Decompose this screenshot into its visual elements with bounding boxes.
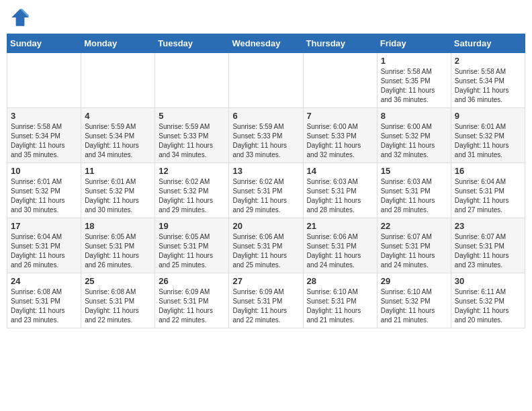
- day-number: 27: [232, 276, 299, 286]
- calendar-cell: 15Sunrise: 6:03 AM Sunset: 5:31 PM Dayli…: [377, 163, 451, 218]
- calendar-cell: 7Sunrise: 6:00 AM Sunset: 5:33 PM Daylig…: [303, 108, 377, 163]
- day-info: Sunrise: 6:05 AM Sunset: 5:31 PM Dayligh…: [85, 232, 151, 270]
- calendar-cell: 3Sunrise: 5:58 AM Sunset: 5:34 PM Daylig…: [7, 108, 81, 163]
- weekday-header: Sunday: [7, 34, 81, 53]
- logo: [9, 7, 34, 28]
- calendar-cell: 8Sunrise: 6:00 AM Sunset: 5:32 PM Daylig…: [377, 108, 451, 163]
- day-number: 4: [85, 111, 151, 121]
- calendar-cell: 1Sunrise: 5:58 AM Sunset: 5:35 PM Daylig…: [377, 53, 451, 108]
- weekday-header: Thursday: [303, 34, 377, 53]
- calendar-cell: 13Sunrise: 6:02 AM Sunset: 5:31 PM Dayli…: [229, 163, 303, 218]
- calendar-cell: 20Sunrise: 6:06 AM Sunset: 5:31 PM Dayli…: [229, 218, 303, 273]
- day-number: 17: [11, 221, 77, 231]
- day-info: Sunrise: 6:02 AM Sunset: 5:31 PM Dayligh…: [232, 177, 299, 215]
- day-info: Sunrise: 6:06 AM Sunset: 5:31 PM Dayligh…: [307, 232, 373, 270]
- calendar-cell: 27Sunrise: 6:09 AM Sunset: 5:31 PM Dayli…: [229, 273, 303, 328]
- calendar-cell: 5Sunrise: 5:59 AM Sunset: 5:33 PM Daylig…: [155, 108, 229, 163]
- day-number: 2: [455, 56, 521, 66]
- calendar-cell: 23Sunrise: 6:07 AM Sunset: 5:31 PM Dayli…: [451, 218, 525, 273]
- day-number: 21: [307, 221, 373, 231]
- weekday-header: Saturday: [451, 34, 525, 53]
- calendar-cell: 17Sunrise: 6:04 AM Sunset: 5:31 PM Dayli…: [7, 218, 81, 273]
- calendar-cell: 22Sunrise: 6:07 AM Sunset: 5:31 PM Dayli…: [377, 218, 451, 273]
- calendar-cell: 25Sunrise: 6:08 AM Sunset: 5:31 PM Dayli…: [81, 273, 155, 328]
- day-info: Sunrise: 6:00 AM Sunset: 5:32 PM Dayligh…: [381, 122, 447, 160]
- calendar-cell: [81, 53, 155, 108]
- day-number: 12: [159, 166, 225, 176]
- day-number: 13: [232, 166, 299, 176]
- calendar-cell: 26Sunrise: 6:09 AM Sunset: 5:31 PM Dayli…: [155, 273, 229, 328]
- calendar-cell: 24Sunrise: 6:08 AM Sunset: 5:31 PM Dayli…: [7, 273, 81, 328]
- day-info: Sunrise: 6:01 AM Sunset: 5:32 PM Dayligh…: [85, 177, 151, 215]
- day-number: 19: [159, 221, 225, 231]
- day-info: Sunrise: 6:01 AM Sunset: 5:32 PM Dayligh…: [455, 122, 521, 160]
- day-info: Sunrise: 6:01 AM Sunset: 5:32 PM Dayligh…: [11, 177, 77, 215]
- day-info: Sunrise: 6:00 AM Sunset: 5:33 PM Dayligh…: [307, 122, 373, 160]
- day-number: 24: [11, 276, 77, 286]
- day-info: Sunrise: 6:02 AM Sunset: 5:32 PM Dayligh…: [159, 177, 225, 215]
- day-info: Sunrise: 6:07 AM Sunset: 5:31 PM Dayligh…: [381, 232, 447, 270]
- day-number: 11: [85, 166, 151, 176]
- weekday-header: Monday: [81, 34, 155, 53]
- day-info: Sunrise: 6:11 AM Sunset: 5:32 PM Dayligh…: [455, 287, 521, 325]
- calendar-cell: [303, 53, 377, 108]
- day-number: 9: [455, 111, 521, 121]
- calendar-cell: 2Sunrise: 5:58 AM Sunset: 5:34 PM Daylig…: [451, 53, 525, 108]
- day-number: 10: [11, 166, 77, 176]
- calendar-week-row: 24Sunrise: 6:08 AM Sunset: 5:31 PM Dayli…: [7, 273, 525, 328]
- calendar-week-row: 17Sunrise: 6:04 AM Sunset: 5:31 PM Dayli…: [7, 218, 525, 273]
- day-info: Sunrise: 6:03 AM Sunset: 5:31 PM Dayligh…: [307, 177, 373, 215]
- day-info: Sunrise: 6:07 AM Sunset: 5:31 PM Dayligh…: [455, 232, 521, 270]
- day-info: Sunrise: 5:59 AM Sunset: 5:34 PM Dayligh…: [85, 122, 151, 160]
- calendar-header-row: SundayMondayTuesdayWednesdayThursdayFrid…: [7, 34, 525, 53]
- day-number: 23: [455, 221, 521, 231]
- day-number: 22: [381, 221, 447, 231]
- day-number: 14: [307, 166, 373, 176]
- day-info: Sunrise: 5:59 AM Sunset: 5:33 PM Dayligh…: [159, 122, 225, 160]
- svg-marker-0: [11, 9, 29, 26]
- day-number: 26: [159, 276, 225, 286]
- calendar-week-row: 3Sunrise: 5:58 AM Sunset: 5:34 PM Daylig…: [7, 108, 525, 163]
- day-number: 7: [307, 111, 373, 121]
- day-number: 1: [381, 56, 447, 66]
- calendar-table: SundayMondayTuesdayWednesdayThursdayFrid…: [7, 34, 525, 328]
- day-number: 29: [381, 276, 447, 286]
- day-info: Sunrise: 6:09 AM Sunset: 5:31 PM Dayligh…: [159, 287, 225, 325]
- calendar-cell: 10Sunrise: 6:01 AM Sunset: 5:32 PM Dayli…: [7, 163, 81, 218]
- day-info: Sunrise: 5:58 AM Sunset: 5:35 PM Dayligh…: [381, 67, 447, 105]
- calendar-cell: 18Sunrise: 6:05 AM Sunset: 5:31 PM Dayli…: [81, 218, 155, 273]
- day-info: Sunrise: 5:58 AM Sunset: 5:34 PM Dayligh…: [455, 67, 521, 105]
- day-info: Sunrise: 6:05 AM Sunset: 5:31 PM Dayligh…: [159, 232, 225, 270]
- calendar-week-row: 1Sunrise: 5:58 AM Sunset: 5:35 PM Daylig…: [7, 53, 525, 108]
- day-number: 8: [381, 111, 447, 121]
- day-number: 20: [232, 221, 299, 231]
- weekday-header: Tuesday: [155, 34, 229, 53]
- calendar-cell: [7, 53, 81, 108]
- calendar-cell: 11Sunrise: 6:01 AM Sunset: 5:32 PM Dayli…: [81, 163, 155, 218]
- day-number: 18: [85, 221, 151, 231]
- day-info: Sunrise: 5:59 AM Sunset: 5:33 PM Dayligh…: [232, 122, 299, 160]
- day-number: 28: [307, 276, 373, 286]
- day-info: Sunrise: 6:10 AM Sunset: 5:32 PM Dayligh…: [381, 287, 447, 325]
- calendar-cell: 28Sunrise: 6:10 AM Sunset: 5:31 PM Dayli…: [303, 273, 377, 328]
- day-info: Sunrise: 6:08 AM Sunset: 5:31 PM Dayligh…: [85, 287, 151, 325]
- calendar-cell: 30Sunrise: 6:11 AM Sunset: 5:32 PM Dayli…: [451, 273, 525, 328]
- calendar-cell: 9Sunrise: 6:01 AM Sunset: 5:32 PM Daylig…: [451, 108, 525, 163]
- day-info: Sunrise: 5:58 AM Sunset: 5:34 PM Dayligh…: [11, 122, 77, 160]
- calendar-cell: 19Sunrise: 6:05 AM Sunset: 5:31 PM Dayli…: [155, 218, 229, 273]
- calendar-cell: 29Sunrise: 6:10 AM Sunset: 5:32 PM Dayli…: [377, 273, 451, 328]
- day-number: 6: [232, 111, 299, 121]
- weekday-header: Friday: [377, 34, 451, 53]
- day-number: 5: [159, 111, 225, 121]
- day-number: 30: [455, 276, 521, 286]
- day-info: Sunrise: 6:04 AM Sunset: 5:31 PM Dayligh…: [11, 232, 77, 270]
- calendar-cell: 21Sunrise: 6:06 AM Sunset: 5:31 PM Dayli…: [303, 218, 377, 273]
- calendar-cell: [155, 53, 229, 108]
- calendar-cell: 6Sunrise: 5:59 AM Sunset: 5:33 PM Daylig…: [229, 108, 303, 163]
- day-info: Sunrise: 6:04 AM Sunset: 5:31 PM Dayligh…: [455, 177, 521, 215]
- calendar-week-row: 10Sunrise: 6:01 AM Sunset: 5:32 PM Dayli…: [7, 163, 525, 218]
- logo-icon: [9, 7, 31, 28]
- day-number: 16: [455, 166, 521, 176]
- day-info: Sunrise: 6:06 AM Sunset: 5:31 PM Dayligh…: [232, 232, 299, 270]
- day-info: Sunrise: 6:03 AM Sunset: 5:31 PM Dayligh…: [381, 177, 447, 215]
